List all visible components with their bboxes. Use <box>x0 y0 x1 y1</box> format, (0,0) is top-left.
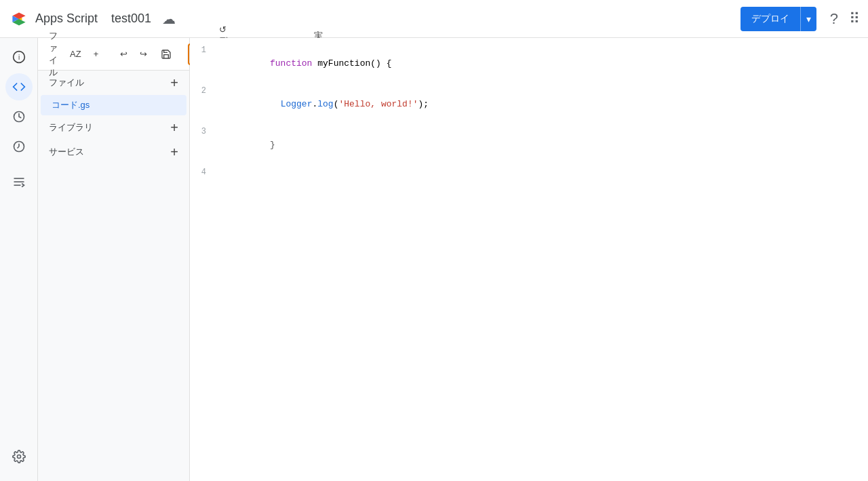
code-line-3: 3 } <box>190 125 868 166</box>
code-content-4 <box>217 166 868 179</box>
rail-editor2-icon[interactable] <box>5 168 33 195</box>
deploy-button[interactable]: デプロイ ▾ <box>741 7 816 31</box>
toolbar: ファイル AZ + ↩ ↪ ▶ 実行 ↺ デバッグ myFunction ▾ 実… <box>38 38 189 71</box>
rail-executions-icon[interactable] <box>5 133 33 160</box>
google-logo-icon <box>8 8 30 30</box>
redo-btn[interactable]: ↪ <box>134 43 153 65</box>
help-icon[interactable]: ? <box>830 10 838 28</box>
kw-log: log <box>317 99 333 109</box>
code-content-2: Logger.log('Hello, world!'); <box>217 84 868 125</box>
icon-rail: i <box>0 38 38 481</box>
code-content-1: function myFunction() { <box>217 43 868 84</box>
history-section: ↩ ↪ <box>115 43 153 65</box>
deploy-main-label[interactable]: デプロイ <box>741 7 800 31</box>
code-close: ); <box>418 99 429 109</box>
topbar: Apps Script test001 ☁ デプロイ ▾ ? ⠿ <box>0 0 868 38</box>
app-title: Apps Script <box>35 12 98 26</box>
rail-code-icon[interactable] <box>5 73 33 100</box>
files-section: ファイル + コード.gs <box>38 71 189 115</box>
services-section-header: サービス + <box>38 140 189 164</box>
svg-point-9 <box>17 455 20 459</box>
files-section-header: ファイル + <box>38 71 189 95</box>
rail-overview-icon[interactable]: i <box>5 43 33 71</box>
logo-area: Apps Script <box>8 8 98 30</box>
undo-btn[interactable]: ↩ <box>115 43 133 65</box>
code-line-1: 1 function myFunction() { <box>190 43 868 84</box>
line-num-3: 3 <box>190 125 217 138</box>
cloud-save-icon[interactable]: ☁ <box>162 11 176 27</box>
add-file-btn[interactable]: + <box>88 43 104 65</box>
file-section: ファイル AZ + <box>43 43 104 65</box>
file-label-btn[interactable]: ファイル <box>43 43 63 65</box>
code-parens: () { <box>370 58 391 69</box>
code-gs-file[interactable]: コード.gs <box>41 95 186 115</box>
code-content-3: } <box>217 125 868 166</box>
line-num-1: 1 <box>190 43 217 57</box>
project-name: test001 <box>111 12 151 26</box>
libraries-section-label: ライブラリ <box>49 121 93 134</box>
apps-grid-icon[interactable]: ⠿ <box>849 10 860 28</box>
save-btn[interactable] <box>155 43 177 65</box>
files-section-label: ファイル <box>49 77 84 89</box>
services-section-label: サービス <box>49 146 84 158</box>
code-line-2: 2 Logger.log('Hello, world!'); <box>190 84 868 125</box>
rail-triggers-icon[interactable] <box>5 103 33 130</box>
services-section: サービス + <box>38 140 189 164</box>
kw-function: function <box>270 58 312 69</box>
close-brace: } <box>270 140 275 150</box>
add-file-btn2[interactable]: + <box>170 76 178 90</box>
main-layout: i ファイル AZ + ↩ ↪ <box>0 38 868 481</box>
libraries-section: ライブラリ + <box>38 115 189 140</box>
sort-az-icon[interactable]: AZ <box>64 43 87 65</box>
svg-line-5 <box>17 147 19 149</box>
libraries-section-header: ライブラリ + <box>38 115 189 140</box>
code-gs-label: コード.gs <box>52 99 90 111</box>
code-editor[interactable]: 1 function myFunction() { 2 Logger.log('… <box>190 38 868 481</box>
editor-area: 1 function myFunction() { 2 Logger.log('… <box>190 38 868 481</box>
line-num-4: 4 <box>190 166 217 179</box>
kw-string: 'Hello, world!' <box>338 99 418 109</box>
add-library-btn[interactable]: + <box>170 121 178 134</box>
code-line-4: 4 <box>190 166 868 179</box>
fn-name: myFunction <box>317 58 370 69</box>
svg-text:i: i <box>18 54 19 61</box>
rail-settings-icon[interactable] <box>5 443 33 470</box>
code-indent <box>270 99 281 109</box>
deploy-arrow-icon[interactable]: ▾ <box>800 7 816 31</box>
file-panel: ファイル AZ + ↩ ↪ ▶ 実行 ↺ デバッグ myFunction ▾ 実… <box>38 38 190 481</box>
line-num-2: 2 <box>190 84 217 98</box>
kw-logger: Logger <box>281 99 313 109</box>
add-service-btn[interactable]: + <box>170 145 178 159</box>
